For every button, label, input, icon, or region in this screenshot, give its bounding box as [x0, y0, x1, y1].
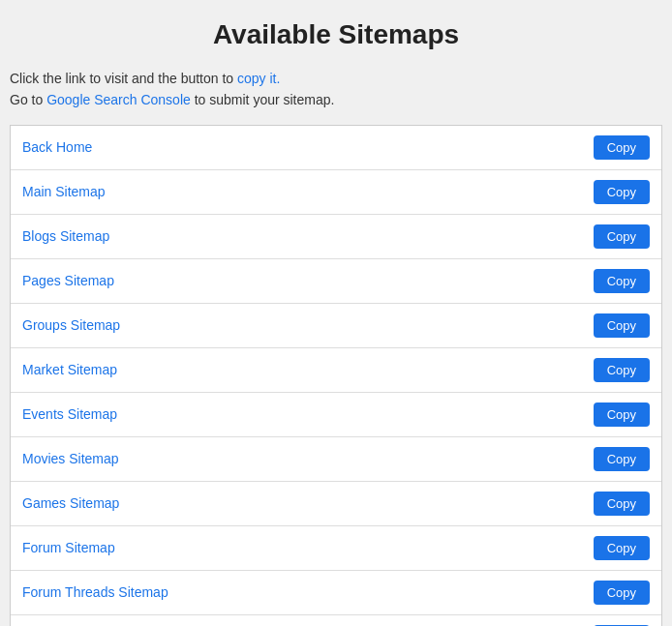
list-item: Blogs SitemapCopy [11, 215, 661, 259]
list-item: Groups SitemapCopy [11, 304, 661, 348]
description: Click the link to visit and the button t… [10, 68, 662, 111]
sitemap-link[interactable]: Pages Sitemap [22, 273, 584, 288]
sitemap-list: Back HomeCopyMain SitemapCopyBlogs Sitem… [10, 125, 662, 626]
desc-prefix: Click the link to visit and the button t… [10, 71, 237, 86]
sitemap-link[interactable]: Main Sitemap [22, 184, 584, 199]
copy-button[interactable]: Copy [594, 536, 650, 560]
copy-button[interactable]: Copy [594, 358, 650, 382]
sitemap-link[interactable]: Movies Sitemap [22, 451, 584, 466]
list-item: Market SitemapCopy [11, 348, 661, 393]
list-item: Pages SitemapCopy [11, 259, 661, 304]
list-item: Jobs SitemapCopy [11, 615, 661, 626]
page-title: Available Sitemaps [10, 19, 662, 50]
copy-button[interactable]: Copy [594, 269, 650, 293]
sitemap-link[interactable]: Events Sitemap [22, 406, 584, 422]
google-console-link[interactable]: Google Search Console [46, 92, 191, 107]
copy-button[interactable]: Copy [594, 492, 650, 516]
copy-button[interactable]: Copy [594, 313, 650, 338]
copy-button[interactable]: Copy [594, 135, 650, 160]
list-item: Events SitemapCopy [11, 393, 661, 437]
sitemap-link[interactable]: Back Home [22, 139, 584, 155]
desc-goto: Go to [10, 92, 46, 107]
copy-button[interactable]: Copy [594, 180, 650, 204]
sitemap-link[interactable]: Forum Sitemap [22, 540, 584, 555]
desc-suffix: to submit your sitemap. [191, 92, 335, 107]
desc-copy-word: copy it. [237, 71, 280, 86]
copy-button[interactable]: Copy [594, 447, 650, 471]
sitemap-link[interactable]: Forum Threads Sitemap [22, 584, 584, 600]
list-item: Forum Threads SitemapCopy [11, 571, 661, 615]
sitemap-link[interactable]: Groups Sitemap [22, 317, 584, 333]
copy-button[interactable]: Copy [594, 224, 650, 249]
copy-button[interactable]: Copy [594, 402, 650, 427]
list-item: Back HomeCopy [11, 126, 661, 170]
list-item: Movies SitemapCopy [11, 437, 661, 482]
list-item: Games SitemapCopy [11, 482, 661, 526]
sitemap-link[interactable]: Games Sitemap [22, 495, 584, 511]
sitemap-link[interactable]: Blogs Sitemap [22, 228, 584, 244]
list-item: Main SitemapCopy [11, 170, 661, 215]
list-item: Forum SitemapCopy [11, 526, 661, 571]
sitemap-link[interactable]: Market Sitemap [22, 362, 584, 377]
copy-button[interactable]: Copy [594, 581, 650, 605]
